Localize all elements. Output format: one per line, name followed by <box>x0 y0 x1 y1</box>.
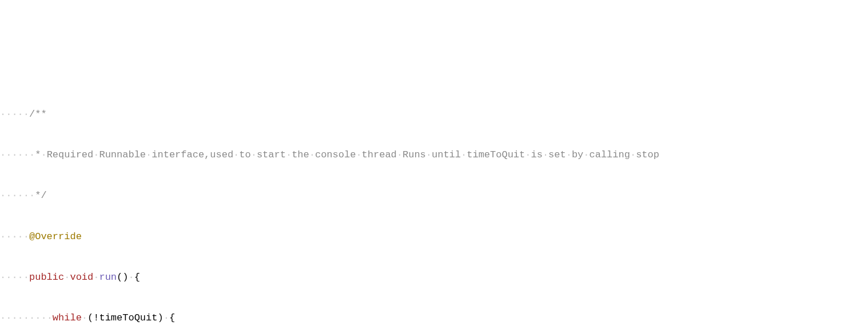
paren-close: ) <box>122 272 128 283</box>
code-editor[interactable]: ·····/** ······*·Required·Runnable·inter… <box>0 81 868 333</box>
whitespace-dot: · <box>41 149 46 160</box>
keyword-while: while <box>53 312 82 323</box>
code-line[interactable]: ·····public·void·run()·{ <box>0 267 868 288</box>
whitespace-dot: · <box>164 312 169 323</box>
code-line[interactable]: ·········while·(!timeToQuit)·{ <box>0 308 868 328</box>
whitespace-dot: · <box>128 272 134 283</box>
whitespace-dots: ····· <box>0 109 29 120</box>
brace-open: { <box>134 272 140 283</box>
keyword-public: public <box>29 272 64 283</box>
identifier-timetoquit: timeToQuit <box>99 312 157 323</box>
javadoc-star: * <box>35 149 41 160</box>
whitespace-dots: ····· <box>0 272 29 283</box>
javadoc-text: Required·Runnable·interface,used·to·star… <box>47 149 659 160</box>
whitespace-dots: ······ <box>0 190 35 201</box>
whitespace-dots: ····· <box>0 231 29 242</box>
whitespace-dots: ········· <box>0 312 53 323</box>
javadoc-open: /** <box>29 109 47 120</box>
code-line[interactable]: ·····@Override <box>0 227 868 247</box>
keyword-void: void <box>70 272 93 283</box>
annotation-override: @Override <box>29 231 82 242</box>
paren-open: ( <box>117 272 122 283</box>
javadoc-close: */ <box>35 190 46 201</box>
not-operator: ! <box>93 312 99 323</box>
whitespace-dot: · <box>82 312 87 323</box>
whitespace-dot: · <box>64 272 70 283</box>
whitespace-dot: · <box>93 272 99 283</box>
whitespace-dots: ······ <box>0 149 35 160</box>
method-name-run: run <box>99 272 117 283</box>
code-line[interactable]: ······*/ <box>0 185 868 206</box>
code-line[interactable]: ·····/** <box>0 104 868 125</box>
paren-open: ( <box>87 312 93 323</box>
paren-close: ) <box>157 312 163 323</box>
code-line[interactable]: ······*·Required·Runnable·interface,used… <box>0 145 868 165</box>
brace-open: { <box>169 312 175 323</box>
